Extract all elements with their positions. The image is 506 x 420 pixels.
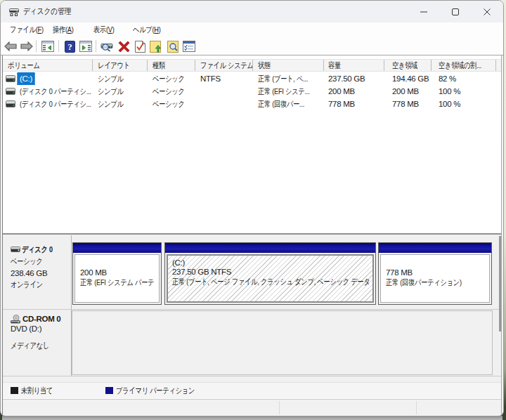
back-button[interactable] — [3, 39, 18, 54]
column-header-label: ファイル システム — [200, 60, 253, 71]
partition-body: 778 MB正常 (回復パーティション) — [380, 254, 490, 303]
show-action-pane-button[interactable] — [78, 39, 93, 54]
volume-cell-7: 200 MB — [384, 85, 432, 98]
close-button[interactable] — [471, 1, 503, 22]
help-icon: ? — [65, 41, 75, 53]
column-header-5[interactable]: 状態 — [253, 60, 324, 71]
partition-text: 正常 (回復パーティション) — [386, 278, 462, 288]
column-header-9[interactable] — [496, 60, 501, 71]
partition-text: 正常 (EFI システム パーテ — [80, 278, 154, 288]
status-bar — [3, 399, 501, 415]
column-header-7[interactable]: 空き領域 — [384, 60, 432, 71]
volume-cell-4: NTFS — [195, 72, 253, 85]
disk0-name: ディスク 0 — [22, 244, 53, 254]
cell-text: 200 MB — [392, 87, 419, 96]
disk0-info-text: 238.46 GB — [11, 269, 47, 277]
partition-text: 237.50 GB NTFS — [172, 268, 231, 276]
back-arrow-icon — [4, 41, 17, 51]
disk0-info-line: ベーシック — [11, 256, 43, 266]
partition-text-line: 778 MB — [386, 268, 489, 278]
cdrom-info-text: DVD (D:) — [11, 324, 41, 333]
column-header-2[interactable]: レイアウト — [93, 60, 148, 71]
cdrom-media-area[interactable] — [72, 310, 493, 375]
cell-text: シンプル — [98, 98, 124, 110]
disk0-label-panel[interactable]: ディスク 0ベーシック238.46 GBオンライン — [3, 235, 70, 309]
partition-3[interactable]: 778 MB正常 (回復パーティション) — [378, 242, 492, 305]
volume-cell: (ディスク 0 パーティシ... — [3, 98, 93, 110]
document-check-icon — [135, 41, 145, 53]
volume-name: (ディスク 0 パーティシ... — [17, 98, 93, 110]
cell-text: 100 % — [439, 100, 460, 108]
partition-1[interactable]: 200 MB正常 (EFI システム パーテ — [72, 242, 162, 305]
volume-name-text: (ディスク 0 パーティシ... — [20, 85, 91, 98]
disk-management-window: ディスクの管理 ファイル(F)操作(A)表示(V)ヘルプ(H) ? ボリュームレ… — [0, 0, 504, 416]
disk0-info-line: 238.46 GB — [11, 268, 47, 278]
column-header-label: ボリューム — [8, 60, 40, 71]
toolbar-separator — [58, 40, 59, 52]
legend-label: プライマリ パーティション — [116, 386, 195, 396]
cdrom-label-panel[interactable]: CD-ROM 0DVD (D:)メディアなし — [3, 310, 70, 376]
partition-text-line: 正常 (回復パーティション) — [386, 278, 489, 288]
legend-item-2: プライマリ パーティション — [105, 383, 195, 398]
menu-help[interactable]: ヘルプ(H) — [133, 22, 161, 37]
maximize-button[interactable] — [439, 1, 472, 22]
volume-row[interactable]: (ディスク 0 パーティシ...シンプルベーシック正常 (EFI システ...2… — [3, 85, 501, 98]
cell-text: シンプル — [98, 72, 124, 85]
help-button[interactable]: ? — [62, 39, 77, 54]
open-button[interactable] — [148, 39, 163, 54]
properties-button[interactable] — [181, 39, 197, 54]
graphical-view-scrollbar-thumb[interactable] — [499, 236, 501, 332]
delete-volume-button[interactable] — [116, 39, 131, 54]
volume-list-header: ボリュームレイアウト種類ファイル システム状態容量空き領域空き領域の割... — [3, 59, 501, 72]
forward-arrow-icon — [20, 41, 33, 51]
partition-body: (C:)237.50 GB NTFS正常 (ブート, ページ ファイル, クラッ… — [167, 254, 374, 303]
forward-button[interactable] — [19, 39, 34, 54]
cell-text: 194.46 GB — [392, 74, 429, 83]
column-header-6[interactable]: 容量 — [324, 60, 384, 71]
partition-text-line: 正常 (EFI システム パーテ — [80, 278, 159, 288]
statusbar-separator — [416, 401, 417, 414]
volume-icon — [6, 100, 15, 107]
hard-disk-icon — [11, 247, 20, 252]
volume-icon — [6, 88, 15, 95]
show-console-tree-button[interactable] — [40, 39, 56, 54]
volume-name-text: (C:) — [20, 74, 32, 83]
cdrom-info-text: メディアなし — [11, 341, 49, 350]
volume-row[interactable]: (C:)シンプルベーシックNTFS正常 (ブート, ペ...237.50 GB1… — [3, 72, 501, 85]
cell-text: ベーシック — [153, 85, 185, 98]
volume-cell-8: 82 % — [432, 72, 496, 85]
menu-file[interactable]: ファイル(F) — [10, 22, 44, 37]
menu-view[interactable]: 表示(V) — [93, 22, 114, 37]
svg-text:?: ? — [67, 41, 72, 52]
cd-rom-icon — [11, 315, 21, 324]
rescan-disks-button[interactable] — [99, 39, 115, 54]
window-bottom-edge — [2, 416, 502, 420]
cell-text: ベーシック — [153, 72, 185, 85]
partition-text-line: 200 MB — [80, 268, 159, 278]
volume-name-text: (ディスク 0 パーティシ... — [20, 98, 91, 110]
menu-action[interactable]: 操作(A) — [53, 22, 73, 37]
cell-text: 778 MB — [392, 100, 419, 108]
disk0-info-text: ベーシック — [11, 256, 43, 266]
explore-button[interactable] — [165, 39, 181, 54]
volume-row[interactable]: (ディスク 0 パーティシ...シンプルベーシック正常 (回復パー...778 … — [3, 98, 501, 110]
minimize-button[interactable] — [408, 1, 440, 22]
volume-cell-6: 778 MB — [324, 98, 384, 110]
legend-swatch — [11, 387, 18, 394]
column-header-3[interactable]: 種類 — [148, 60, 195, 71]
partition-2-selected[interactable]: (C:)237.50 GB NTFS正常 (ブート, ページ ファイル, クラッ… — [164, 242, 376, 305]
column-header-4[interactable]: ファイル システム — [195, 60, 253, 71]
toolbar: ? — [1, 37, 503, 55]
column-header-8[interactable]: 空き領域の割... — [432, 60, 496, 71]
partition-type-bar — [165, 243, 375, 253]
volume-name: (C:) — [17, 72, 35, 85]
titlebar[interactable]: ディスクの管理 — [1, 1, 503, 22]
column-header-1[interactable]: ボリューム — [3, 60, 93, 71]
properties-list-icon — [183, 41, 195, 52]
volume-name: (ディスク 0 パーティシ... — [17, 85, 93, 98]
disk0-divider — [71, 235, 72, 309]
mark-partition-active-button[interactable] — [132, 39, 148, 54]
partition-type-bar — [379, 243, 491, 253]
folder-up-arrow-icon — [150, 41, 161, 53]
volume-cell: (C:) — [3, 72, 93, 85]
